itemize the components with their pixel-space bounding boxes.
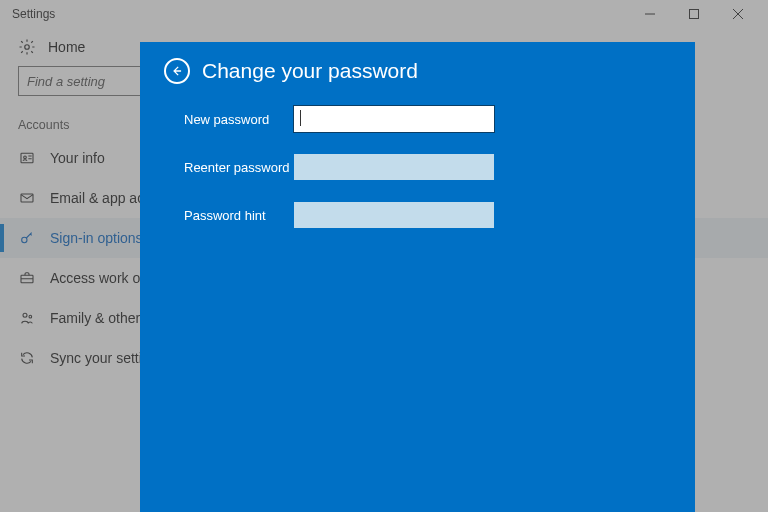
new-password-input[interactable] (294, 106, 494, 132)
reenter-password-label: Reenter password (164, 160, 294, 175)
back-button[interactable] (164, 58, 190, 84)
panel-title: Change your password (202, 59, 418, 83)
password-hint-input[interactable] (294, 202, 494, 228)
password-hint-label: Password hint (164, 208, 294, 223)
text-caret (300, 110, 301, 126)
reenter-password-input[interactable] (294, 154, 494, 180)
new-password-label: New password (164, 112, 294, 127)
change-password-panel: Change your password New password Reente… (140, 42, 695, 512)
